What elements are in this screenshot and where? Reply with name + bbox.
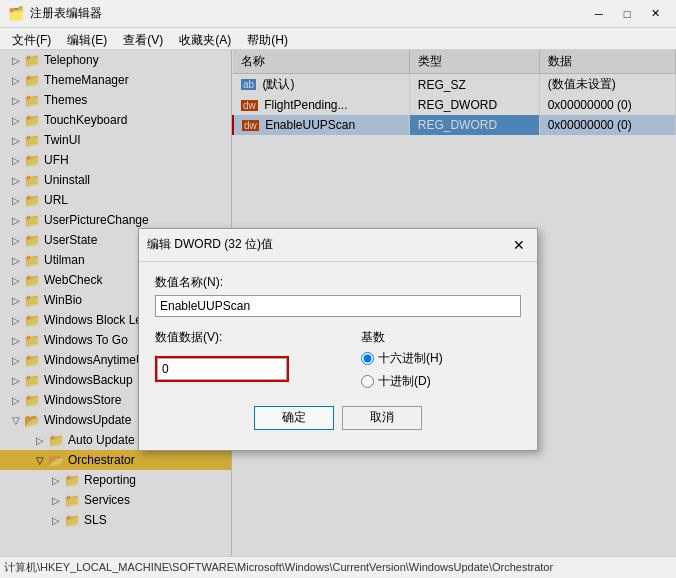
name-input[interactable] <box>155 295 521 317</box>
menu-file[interactable]: 文件(F) <box>4 30 59 47</box>
title-bar: 🗂️ 注册表编辑器 ─ □ ✕ <box>0 0 676 28</box>
radio-decimal-label: 十进制(D) <box>378 373 431 390</box>
cancel-button[interactable]: 取消 <box>342 406 422 430</box>
dialog-title-bar: 编辑 DWORD (32 位)值 ✕ <box>139 229 537 262</box>
dialog-overlay: 编辑 DWORD (32 位)值 ✕ 数值名称(N): 数值数据(V): <box>0 50 676 556</box>
menu-edit[interactable]: 编辑(E) <box>59 30 115 47</box>
status-bar: 计算机\HKEY_LOCAL_MACHINE\SOFTWARE\Microsof… <box>0 556 676 578</box>
minimize-button[interactable]: ─ <box>586 4 612 24</box>
radio-decimal[interactable]: 十进制(D) <box>361 373 521 390</box>
main-content: ▷ 📁 Telephony ▷ 📁 ThemeManager ▷ 📁 Theme… <box>0 50 676 556</box>
value-input-wrapper <box>155 356 289 382</box>
title-bar-left: 🗂️ 注册表编辑器 <box>8 5 102 22</box>
ok-button[interactable]: 确定 <box>254 406 334 430</box>
window-title: 注册表编辑器 <box>30 5 102 22</box>
menu-view[interactable]: 查看(V) <box>115 30 171 47</box>
radio-hex[interactable]: 十六进制(H) <box>361 350 521 367</box>
radio-hex-label: 十六进制(H) <box>378 350 443 367</box>
value-input[interactable] <box>157 358 287 380</box>
maximize-button[interactable]: □ <box>614 4 640 24</box>
close-button[interactable]: ✕ <box>642 4 668 24</box>
menu-bar: 文件(F) 编辑(E) 查看(V) 收藏夹(A) 帮助(H) <box>0 28 676 50</box>
dialog-body: 数值名称(N): 数值数据(V): 基数 <box>139 262 537 450</box>
title-controls: ─ □ ✕ <box>586 4 668 24</box>
base-label: 基数 <box>361 329 521 346</box>
status-text: 计算机\HKEY_LOCAL_MACHINE\SOFTWARE\Microsof… <box>4 560 553 575</box>
name-label: 数值名称(N): <box>155 274 521 291</box>
value-label: 数值数据(V): <box>155 329 222 346</box>
dialog-title: 编辑 DWORD (32 位)值 <box>147 236 273 253</box>
radio-decimal-input[interactable] <box>361 375 374 388</box>
edit-dword-dialog: 编辑 DWORD (32 位)值 ✕ 数值名称(N): 数值数据(V): <box>138 228 538 451</box>
app-icon: 🗂️ <box>8 6 24 21</box>
dialog-close-button[interactable]: ✕ <box>509 235 529 255</box>
menu-help[interactable]: 帮助(H) <box>239 30 296 47</box>
dialog-left: 数值数据(V): <box>155 329 345 390</box>
dialog-buttons: 确定 取消 <box>155 406 521 438</box>
menu-favorites[interactable]: 收藏夹(A) <box>171 30 239 47</box>
dialog-right: 基数 十六进制(H) 十进制(D) <box>361 329 521 390</box>
dialog-row: 数值数据(V): 基数 十六进制(H) <box>155 329 521 390</box>
radio-hex-input[interactable] <box>361 352 374 365</box>
radio-group: 十六进制(H) 十进制(D) <box>361 350 521 390</box>
